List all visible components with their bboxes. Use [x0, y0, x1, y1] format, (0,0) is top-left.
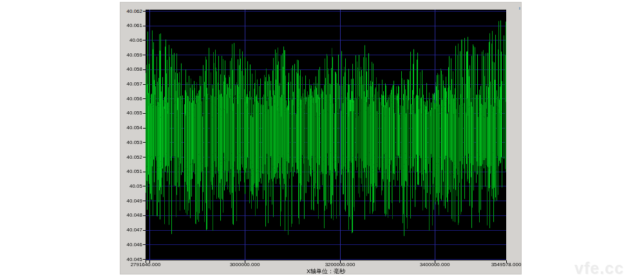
y-tick-mark	[143, 40, 146, 40]
y-tick-label: 40.046	[120, 242, 142, 248]
y-tick-label: 40.054	[120, 125, 142, 130]
y-tick-label: 40.053	[120, 140, 142, 145]
y-tick-label: 40.051	[120, 168, 142, 174]
y-tick-mark	[143, 84, 146, 85]
y-tick-label: 40.06	[120, 37, 142, 43]
y-tick-label: 40.062	[120, 8, 142, 14]
y-tick-mark	[143, 259, 146, 260]
y-tick-mark	[143, 55, 146, 55]
waveform-canvas[interactable]	[146, 10, 506, 260]
y-tick-mark	[143, 128, 146, 129]
y-tick-label: 40.059	[120, 52, 142, 58]
y-tick-label: 40.055	[120, 110, 142, 116]
y-tick-label: 40.058	[120, 66, 142, 72]
y-tick-label: 40.061	[120, 22, 142, 28]
y-tick-mark	[143, 142, 146, 143]
y-tick-label: 40.056	[120, 96, 142, 102]
y-tick-mark	[143, 201, 146, 201]
y-tick-mark	[143, 215, 146, 216]
x-tick-label: 3549578.000	[480, 262, 532, 267]
y-tick-mark	[143, 172, 146, 172]
y-tick-label: 40.05	[120, 183, 142, 189]
y-tick-mark	[143, 157, 146, 158]
x-tick-label: 3400000.000	[409, 262, 460, 267]
x-tick-mark	[149, 260, 150, 263]
y-tick-label: 40.057	[120, 81, 142, 87]
y-tick-mark	[143, 186, 146, 186]
y-tick-mark	[143, 230, 146, 231]
y-tick-label: 40.048	[120, 212, 142, 218]
y-tick-mark	[143, 244, 146, 245]
y-tick-mark	[143, 98, 146, 99]
plot-area	[146, 10, 506, 260]
y-tick-mark	[143, 113, 146, 114]
x-tick-label: 3000000.000	[219, 262, 270, 267]
screen: 40.06240.06140.0640.05940.05840.05740.05…	[0, 0, 644, 279]
chart-panel: 40.06240.06140.0640.05940.05840.05740.05…	[120, 2, 522, 274]
y-tick-mark	[143, 69, 146, 70]
x-tick-label: 3200000.000	[314, 262, 366, 267]
y-tick-mark	[143, 11, 146, 12]
y-tick-label: 40.052	[120, 154, 142, 160]
y-tick-label: 40.049	[120, 198, 142, 204]
watermark-text: vfe.cc	[574, 259, 624, 278]
y-tick-label: 40.047	[120, 227, 142, 233]
y-tick-mark	[143, 26, 146, 26]
x-tick-label: 2791640.000	[120, 262, 171, 267]
panel-corner-artifact	[519, 7, 520, 10]
x-axis-unit-label: X轴单位：毫秒	[146, 268, 506, 274]
